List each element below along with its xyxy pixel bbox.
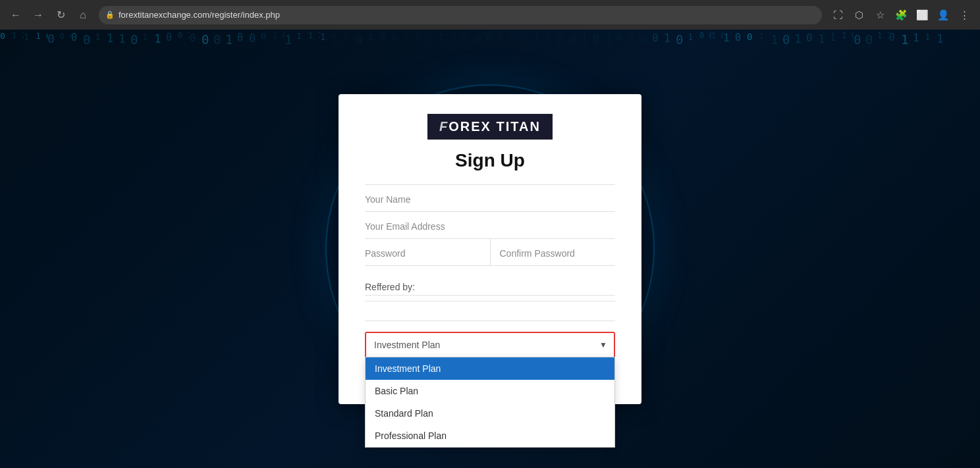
home-button[interactable]: ⌂ <box>74 6 92 24</box>
matrix-col: 0 1 1 0 0 1 1 0 0 0 0 1 1 0 1 0 0 1 1 0 … <box>249 30 261 468</box>
matrix-col: 0 0 1 1 0 1 0 1 0 1 0 1 1 1 0 1 1 1 1 0 … <box>130 30 142 468</box>
browser-chrome: ← → ↻ ⌂ 🔒 forextitanexchange.com/registe… <box>0 0 980 30</box>
logo-badge: FOREX TITAN <box>427 114 553 140</box>
forward-button[interactable]: → <box>29 6 47 24</box>
matrix-col: 1 0 0 0 0 0 1 0 0 0 1 0 0 0 0 0 0 1 1 0 … <box>36 30 47 468</box>
browser-right-icons: ⛶ ⬡ ☆ 🧩 ⬜ 👤 ⋮ <box>829 6 973 24</box>
matrix-col: 1 0 1 0 0 0 1 1 0 0 0 1 1 0 1 1 0 0 1 1 … <box>320 30 332 468</box>
matrix-col: 0 0 0 1 0 1 1 1 0 1 1 1 0 1 0 1 1 0 1 0 … <box>71 30 83 468</box>
matrix-col: 0 0 0 0 1 1 1 0 0 1 1 0 0 1 0 0 0 1 0 0 … <box>699 30 711 468</box>
menu-icon-btn[interactable]: ⋮ <box>955 6 973 24</box>
extensions-icon-btn[interactable]: 🧩 <box>892 6 910 24</box>
signup-form-card: FOREX TITAN Sign Up Reffered by: <box>339 94 641 404</box>
page-title: Sign Up <box>365 150 615 171</box>
password-col-left <box>365 239 491 265</box>
investment-plan-select[interactable]: Investment Plan Basic Plan Standard Plan… <box>366 333 614 357</box>
page-area: 0 1 1 1 0 1 0 0 1 0 0 1 1 0 1 0 0 0 1 1 … <box>0 30 980 468</box>
matrix-col: 1 1 0 1 1 0 0 0 1 0 0 0 0 0 0 1 0 0 0 0 … <box>794 30 806 468</box>
logo-icon: F <box>439 119 449 134</box>
referred-label: Reffered by: <box>365 274 615 296</box>
email-input[interactable] <box>365 220 615 233</box>
name-input[interactable] <box>365 193 615 206</box>
bookmark-icon-btn[interactable]: ☆ <box>871 6 889 24</box>
tab-icon-btn[interactable]: ⬜ <box>913 6 931 24</box>
matrix-col: 1 1 1 1 0 1 1 1 0 0 0 0 1 0 0 0 1 0 1 0 … <box>937 30 948 468</box>
matrix-col: 0 1 0 1 1 0 0 1 1 1 0 1 0 0 1 0 1 1 1 1 … <box>652 30 664 468</box>
matrix-col: 0 0 1 1 0 1 0 1 0 0 0 1 1 0 0 0 0 0 1 1 … <box>676 30 688 468</box>
confirm-password-input[interactable] <box>500 247 616 260</box>
matrix-col: 1 1 1 1 1 1 1 0 1 0 0 1 1 0 0 0 0 0 1 1 … <box>95 30 107 468</box>
spacer-row <box>365 301 615 321</box>
matrix-col: 1 1 1 1 1 0 1 0 0 1 1 0 1 0 0 0 1 1 1 1 … <box>12 30 24 468</box>
matrix-col: 0 0 1 0 1 0 1 1 1 0 1 0 1 0 0 0 0 0 0 1 … <box>190 30 202 468</box>
matrix-col: 0 0 0 0 1 1 1 1 0 0 1 0 1 0 0 1 1 0 0 1 … <box>59 30 71 468</box>
matrix-col: 1 1 0 0 0 1 1 0 1 0 0 1 1 0 0 1 0 1 0 1 … <box>901 30 913 468</box>
matrix-col: 0 0 1 0 0 1 0 0 0 0 0 0 0 1 1 1 0 0 1 0 … <box>83 30 95 468</box>
logo-area: FOREX TITAN <box>365 114 615 140</box>
back-button[interactable]: ← <box>7 6 25 24</box>
dropdown-item-basic-plan[interactable]: Basic Plan <box>366 380 614 402</box>
profile-icon-btn[interactable]: 👤 <box>934 6 952 24</box>
matrix-col: 0 0 0 0 0 0 1 0 0 0 1 1 1 0 0 1 1 0 1 0 … <box>889 30 901 468</box>
matrix-col: 1 0 0 0 1 0 0 1 1 0 0 0 1 1 1 1 0 1 0 1 … <box>273 30 285 468</box>
referred-by-group: Reffered by: <box>365 266 615 301</box>
email-field-group <box>365 212 615 239</box>
matrix-col: 0 1 0 1 1 1 0 1 1 1 0 1 0 1 0 1 1 0 0 0 … <box>747 30 759 468</box>
matrix-col: 1 0 0 0 1 1 0 1 1 0 1 0 1 1 0 0 1 1 1 0 … <box>285 30 296 468</box>
matrix-col: 1 1 0 1 1 0 0 1 1 1 1 1 1 0 0 0 1 1 0 0 … <box>308 30 320 468</box>
url-text: forextitanexchange.com/register/index.ph… <box>119 10 815 20</box>
logo-text: OREX TITAN <box>449 119 541 134</box>
lock-icon: 🔒 <box>105 11 115 19</box>
matrix-col: 1 1 0 1 0 0 0 1 0 1 0 0 0 0 1 0 0 0 0 1 … <box>154 30 166 468</box>
name-field-group <box>365 184 615 212</box>
matrix-col: 0 1 1 0 1 1 1 1 0 1 1 0 1 0 0 1 0 1 1 1 … <box>237 30 249 468</box>
matrix-col: 0 0 1 0 0 1 0 0 1 1 1 0 0 1 0 0 1 1 1 0 … <box>782 30 794 468</box>
matrix-col: 1 0 0 0 0 0 0 0 1 1 0 1 1 0 0 1 0 1 1 0 … <box>225 30 237 468</box>
matrix-col: 1 0 1 0 0 0 0 0 0 1 0 1 1 0 0 1 0 0 1 1 … <box>913 30 925 468</box>
matrix-col: 1 0 0 0 0 0 1 1 0 0 1 0 0 0 1 0 1 1 1 1 … <box>711 30 723 468</box>
matrix-col: 0 1 1 1 1 1 0 1 0 1 1 1 0 1 1 0 0 0 0 1 … <box>865 30 877 468</box>
matrix-col: 0 1 0 1 0 0 0 1 0 0 1 1 1 1 1 1 0 1 0 1 … <box>735 30 747 468</box>
cast-icon-btn[interactable]: ⛶ <box>829 6 847 24</box>
matrix-col: 1 0 1 1 0 1 1 1 0 1 0 1 0 1 0 1 1 1 1 0 … <box>925 30 937 468</box>
address-bar[interactable]: 🔒 forextitanexchange.com/register/index.… <box>99 6 822 24</box>
matrix-col: 0 0 1 1 0 1 0 1 0 0 1 0 0 0 0 0 1 0 1 0 … <box>640 30 652 468</box>
matrix-col: 1 0 0 0 0 1 1 0 1 0 0 1 1 1 0 1 0 0 1 1 … <box>842 30 854 468</box>
matrix-col: 1 1 1 0 0 1 1 0 0 1 1 1 0 1 0 1 0 0 0 0 … <box>877 30 889 468</box>
matrix-col: 0 0 1 1 0 1 1 1 1 0 0 1 0 1 1 1 1 1 1 0 … <box>47 30 59 468</box>
matrix-col: 0 0 0 0 0 0 0 0 0 0 0 1 1 1 1 0 1 0 0 0 … <box>213 30 225 468</box>
matrix-col: 1 0 1 0 0 0 1 0 0 1 1 1 0 1 1 1 0 0 0 0 … <box>688 30 699 468</box>
password-row <box>365 239 615 266</box>
password-col-right <box>491 239 616 265</box>
matrix-col: 0 0 0 1 1 0 0 1 0 1 0 0 0 0 0 1 0 0 0 1 … <box>806 30 818 468</box>
matrix-col: 1 1 0 1 0 0 0 0 0 0 0 0 1 1 1 0 1 1 0 0 … <box>664 30 676 468</box>
dropdown-item-professional-plan[interactable]: Professional Plan <box>366 425 614 447</box>
matrix-col: 1 0 1 0 1 0 0 0 0 1 0 0 0 1 1 0 0 0 1 1 … <box>830 30 842 468</box>
matrix-col: 0 1 1 1 1 1 0 0 0 0 1 1 0 1 1 0 1 0 0 1 … <box>261 30 273 468</box>
dropdown-item-investment-plan[interactable]: Investment Plan <box>366 357 614 380</box>
matrix-col: 0 1 1 0 1 0 0 0 1 1 1 0 1 0 0 1 1 0 0 0 … <box>166 30 178 468</box>
matrix-col: 1 1 1 1 1 1 1 0 0 0 0 0 0 0 1 1 0 1 0 0 … <box>759 30 771 468</box>
investment-plan-wrapper[interactable]: Investment Plan Basic Plan Standard Plan… <box>365 332 615 358</box>
matrix-col: 1 0 0 0 0 0 0 0 0 1 0 1 1 1 1 1 1 1 0 0 … <box>24 30 36 468</box>
dropdown-open: Investment Plan Basic Plan Standard Plan… <box>365 357 615 448</box>
share-icon-btn[interactable]: ⬡ <box>850 6 868 24</box>
password-input[interactable] <box>365 247 481 260</box>
matrix-col: 0 1 1 1 0 1 0 0 1 0 0 1 1 0 1 0 0 0 1 1 … <box>0 30 12 468</box>
matrix-col: 1 1 0 0 1 0 0 0 1 0 0 1 0 1 1 1 1 1 1 0 … <box>723 30 735 468</box>
reload-button[interactable]: ↻ <box>51 6 70 24</box>
matrix-col: 1 0 0 1 1 0 0 1 1 0 0 0 1 1 0 1 1 0 0 0 … <box>142 30 154 468</box>
matrix-col: 0 0 0 1 0 0 0 0 0 1 1 0 1 1 1 1 0 0 1 0 … <box>854 30 865 468</box>
matrix-col: 0 1 1 1 1 0 0 1 0 1 0 0 0 1 0 0 0 1 0 1 … <box>178 30 190 468</box>
matrix-col: 1 1 1 1 0 0 0 1 0 1 0 1 0 0 0 1 1 1 1 0 … <box>818 30 830 468</box>
matrix-col: 1 1 0 0 1 0 1 1 1 1 0 0 1 0 0 1 0 1 1 0 … <box>771 30 782 468</box>
matrix-col: 1 1 1 1 1 0 1 0 0 1 1 1 0 0 0 0 0 0 0 1 … <box>119 30 130 468</box>
matrix-col: 1 0 1 1 0 1 1 1 1 0 1 0 1 1 0 0 1 0 0 0 … <box>107 30 119 468</box>
matrix-col: 1 1 1 1 0 1 1 1 0 1 0 0 0 1 0 0 0 0 0 1 … <box>296 30 308 468</box>
dropdown-item-standard-plan[interactable]: Standard Plan <box>366 402 614 425</box>
matrix-col: 0 1 1 1 0 0 0 0 0 0 0 0 1 0 0 1 1 1 1 0 … <box>202 30 213 468</box>
